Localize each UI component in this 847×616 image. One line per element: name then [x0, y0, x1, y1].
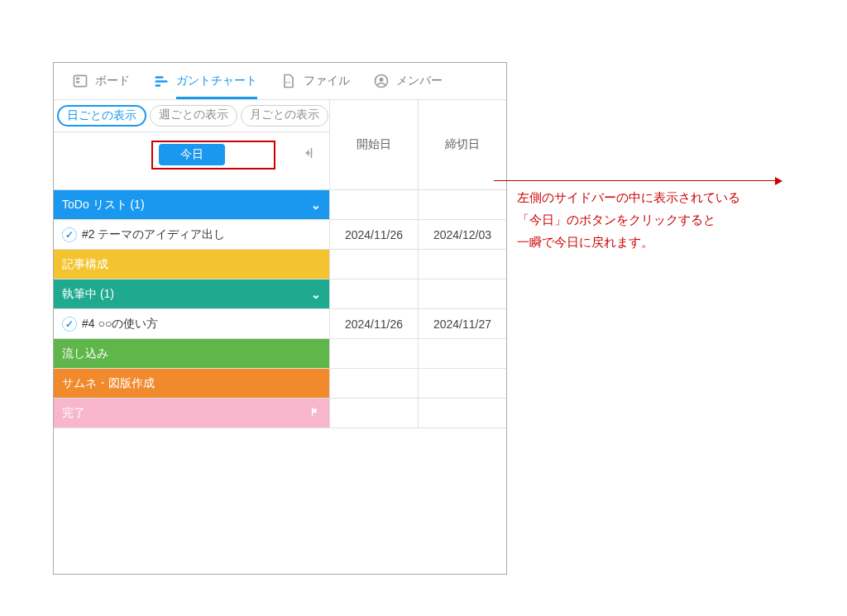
file-icon — [280, 73, 297, 89]
task-4[interactable]: ✓ #4 ○○の使い方 2024/11/26 2024/11/27 — [54, 309, 506, 339]
svg-rect-0 — [74, 75, 87, 86]
section-shippitsu[interactable]: 執筆中 (1) ⌄ — [54, 279, 506, 309]
section-kiji-label: 記事構成 — [62, 257, 108, 272]
svg-point-9 — [380, 78, 384, 82]
toolbar: 日ごとの表示 週ごとの表示 月ごとの表示 今日 開始日 締切日 — [54, 99, 506, 190]
header-start-date: 開始日 — [330, 100, 419, 189]
svg-rect-3 — [156, 76, 164, 79]
today-button[interactable]: 今日 — [159, 144, 225, 165]
tab-file-label: ファイル — [304, 74, 350, 88]
header-due-date: 締切日 — [419, 100, 506, 189]
section-thumb-label: サムネ・図版作成 — [62, 376, 155, 391]
annotation: 左側のサイドバーの中に表示されている 「今日」のボタンをクリックすると 一瞬で今… — [517, 180, 831, 253]
task-2-title: #2 テーマのアイディア出し — [82, 227, 225, 242]
section-nagashi-label: 流し込み — [62, 346, 108, 361]
view-day-button[interactable]: 日ごとの表示 — [57, 105, 146, 127]
member-icon — [373, 73, 390, 89]
view-mode-row: 日ごとの表示 週ごとの表示 月ごとの表示 — [54, 100, 329, 132]
chevron-down-icon: ⌄ — [311, 288, 321, 301]
section-kiji[interactable]: 記事構成 — [54, 250, 506, 279]
check-circle-icon[interactable]: ✓ — [62, 227, 77, 242]
gantt-icon — [153, 73, 170, 89]
annotation-arrow — [494, 180, 782, 181]
section-todo[interactable]: ToDo リスト (1) ⌄ — [54, 190, 506, 220]
annotation-line2: 「今日」のボタンをクリックすると — [517, 208, 831, 231]
section-done[interactable]: 完了 — [54, 399, 506, 428]
top-nav: ボード ガントチャート ファイル メンバー — [54, 63, 506, 99]
svg-rect-5 — [156, 84, 161, 87]
today-row: 今日 — [54, 132, 329, 177]
section-shippitsu-label: 執筆中 (1) — [62, 287, 114, 302]
svg-point-7 — [289, 82, 290, 84]
section-todo-label: ToDo リスト (1) — [62, 198, 145, 212]
chevron-down-icon: ⌄ — [311, 198, 321, 212]
annotation-line3: 一瞬で今日に戻れます。 — [517, 231, 831, 253]
section-thumb[interactable]: サムネ・図版作成 — [54, 369, 506, 399]
task-2-due: 2024/12/03 — [419, 220, 506, 249]
svg-point-6 — [286, 82, 288, 84]
tab-gantt[interactable]: ガントチャート — [153, 73, 257, 89]
section-done-label: 完了 — [62, 406, 85, 421]
task-2-start: 2024/11/26 — [330, 220, 419, 249]
tab-file[interactable]: ファイル — [280, 73, 350, 89]
flag-icon — [309, 406, 321, 420]
task-4-start: 2024/11/26 — [330, 309, 419, 338]
task-rows: ToDo リスト (1) ⌄ ✓ #2 テーマのアイディア出し 2024/11/… — [54, 190, 506, 428]
annotation-line1: 左側のサイドバーの中に表示されている — [517, 186, 831, 208]
tab-gantt-label: ガントチャート — [176, 74, 257, 99]
svg-rect-2 — [76, 81, 79, 84]
tab-member[interactable]: メンバー — [373, 73, 443, 89]
view-week-button[interactable]: 週ごとの表示 — [150, 105, 237, 127]
app-window: ボード ガントチャート ファイル メンバー 日ごとの表示 週ごとの表示 月ごとの… — [53, 62, 507, 575]
view-month-button[interactable]: 月ごとの表示 — [241, 105, 328, 127]
board-icon — [72, 73, 89, 89]
tab-member-label: メンバー — [396, 74, 443, 88]
svg-rect-4 — [156, 80, 168, 83]
task-4-due: 2024/11/27 — [419, 309, 506, 338]
tab-board-label: ボード — [95, 74, 130, 88]
task-2[interactable]: ✓ #2 テーマのアイディア出し 2024/11/26 2024/12/03 — [54, 220, 506, 250]
tab-board[interactable]: ボード — [72, 73, 130, 89]
collapse-icon[interactable] — [303, 146, 318, 165]
check-circle-icon[interactable]: ✓ — [62, 317, 77, 332]
svg-rect-1 — [76, 78, 79, 80]
section-nagashi[interactable]: 流し込み — [54, 339, 506, 369]
task-4-title: #4 ○○の使い方 — [82, 317, 158, 332]
